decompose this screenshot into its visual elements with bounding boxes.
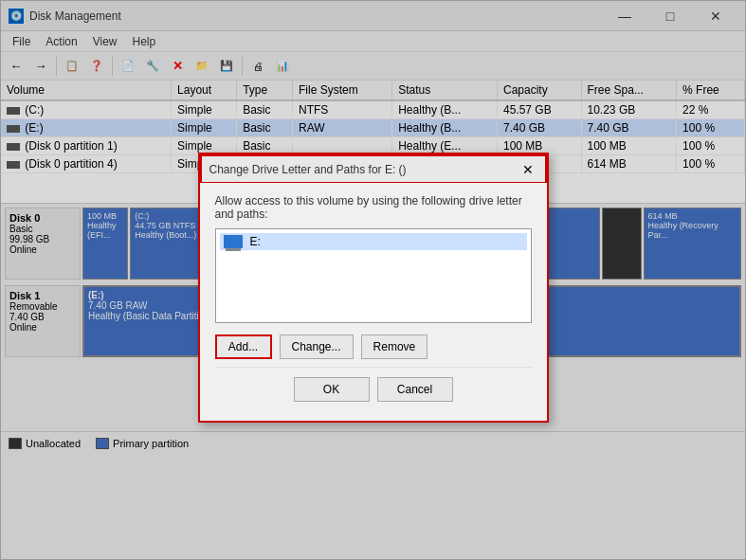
listbox-item-e[interactable]: E: [220, 233, 527, 250]
dialog-title: Change Drive Letter and Paths for E: () [209, 163, 519, 176]
modal-overlay: Change Drive Letter and Paths for E: () … [1, 1, 745, 559]
cancel-button[interactable]: Cancel [377, 377, 453, 402]
ok-button[interactable]: OK [294, 377, 370, 402]
dialog-close-button[interactable]: ✕ [519, 160, 537, 179]
change-drive-letter-dialog: Change Drive Letter and Paths for E: () … [198, 153, 549, 423]
listbox-item-e-label: E: [250, 235, 261, 248]
dialog-ok-cancel: OK Cancel [215, 367, 532, 409]
main-window: 💿 Disk Management — □ ✕ File Action View… [0, 0, 746, 560]
dialog-title-bar: Change Drive Letter and Paths for E: () … [200, 154, 547, 183]
remove-button[interactable]: Remove [361, 334, 428, 359]
add-button[interactable]: Add... [215, 334, 272, 359]
dialog-description: Allow access to this volume by using the… [215, 194, 532, 221]
drive-icon-e [224, 235, 243, 248]
dialog-body: Allow access to this volume by using the… [200, 183, 547, 421]
dialog-action-buttons: Add... Change... Remove [215, 334, 532, 359]
change-button[interactable]: Change... [280, 334, 354, 359]
drive-letter-listbox[interactable]: E: [215, 228, 532, 323]
